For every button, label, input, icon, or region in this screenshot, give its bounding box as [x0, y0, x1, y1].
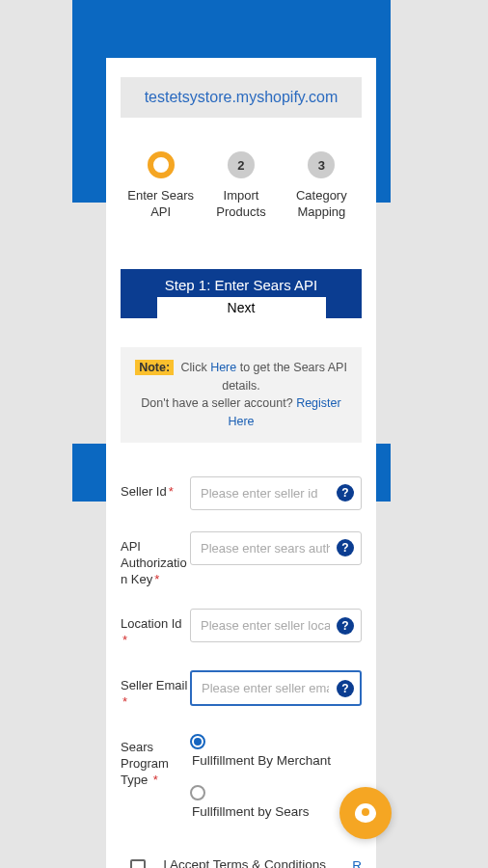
- note-text3: Don't have a seller account?: [141, 396, 296, 410]
- label-program-type: Sears Program Type *: [121, 732, 190, 789]
- help-icon[interactable]: ?: [337, 484, 354, 502]
- row-location-id: Location Id * ?: [121, 609, 362, 649]
- radio-label-sears: Fullfillment by Sears: [192, 804, 362, 819]
- radio-sears[interactable]: Fullfillment by Sears: [190, 785, 362, 819]
- radio-circle-merchant[interactable]: [190, 734, 205, 749]
- step-circle-3: 3: [308, 151, 335, 178]
- next-button[interactable]: Next: [157, 297, 326, 318]
- radio-circle-sears[interactable]: [190, 785, 205, 800]
- step-2-label: Import Products: [201, 188, 281, 221]
- note-link-here[interactable]: Here: [210, 361, 236, 374]
- terms-checkbox[interactable]: [130, 859, 146, 868]
- row-seller-email: Seller Email * ?: [121, 670, 362, 711]
- step-2[interactable]: 2 Import Products: [201, 151, 281, 221]
- step-circle-active: [148, 151, 175, 178]
- label-seller-id: Seller Id*: [121, 476, 190, 501]
- note-text1: Click: [181, 361, 211, 374]
- step-3[interactable]: 3 Category Mapping: [282, 151, 362, 221]
- chat-button[interactable]: [339, 787, 392, 839]
- store-url: testetsystore.myshopify.com: [121, 77, 362, 118]
- terms-text: I Accept Terms & Conditions: [151, 857, 338, 868]
- chat-icon: [355, 803, 376, 823]
- row-seller-id: Seller Id* ?: [121, 476, 362, 510]
- label-auth-key: API Authorization Key*: [121, 531, 190, 588]
- setup-card: testetsystore.myshopify.com Enter Sears …: [106, 58, 376, 868]
- terms-link[interactable]: RH: [352, 857, 362, 868]
- step-header-title: Step 1: Enter Sears API: [121, 277, 362, 297]
- label-location-id: Location Id *: [121, 609, 190, 649]
- help-icon[interactable]: ?: [337, 680, 354, 697]
- note-text2: to get the Sears API details.: [222, 361, 347, 393]
- step-indicator: Enter Sears API 2 Import Products 3 Cate…: [121, 151, 362, 221]
- step-1-label: Enter Sears API: [121, 188, 201, 221]
- terms-row: I Accept Terms & Conditions RH: [121, 857, 362, 868]
- step-1[interactable]: Enter Sears API: [121, 151, 201, 221]
- note-box: Note: Click Here to get the Sears API de…: [121, 347, 362, 443]
- step-header: Step 1: Enter Sears API Next: [121, 269, 362, 318]
- help-icon[interactable]: ?: [337, 617, 354, 635]
- step-3-label: Category Mapping: [282, 188, 362, 221]
- row-auth-key: API Authorization Key* ?: [121, 531, 362, 588]
- step-circle-2: 2: [228, 151, 255, 178]
- label-seller-email: Seller Email *: [121, 670, 190, 711]
- note-label: Note:: [135, 360, 174, 375]
- row-program-type: Sears Program Type * Fullfillment By Mer…: [121, 732, 362, 836]
- radio-merchant[interactable]: Fullfillment By Merchant: [190, 734, 362, 768]
- help-icon[interactable]: ?: [337, 539, 354, 556]
- radio-label-merchant: Fullfillment By Merchant: [192, 753, 362, 768]
